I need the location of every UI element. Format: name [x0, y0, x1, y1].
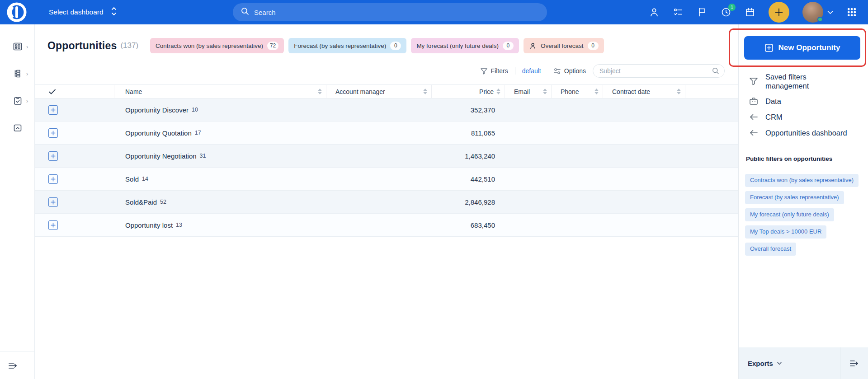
avatar[interactable]: [802, 2, 823, 23]
new-opportunity-button[interactable]: New Opportunity: [744, 36, 860, 60]
plus-icon: [51, 108, 56, 112]
table-row[interactable]: Opportunity Negotiation 31 1,463,240: [35, 145, 738, 168]
public-filter-link[interactable]: My Top deals > 10000 EUR: [745, 225, 826, 239]
expand-row-button[interactable]: [48, 220, 58, 230]
sort-icon[interactable]: [677, 89, 681, 94]
table-header-row: Name Account manager Price Email Phone C…: [35, 84, 738, 98]
column-header-label: Price: [479, 88, 494, 95]
search-input[interactable]: [254, 9, 507, 16]
panel-menu-item[interactable]: Opportunities dashboard: [745, 128, 864, 138]
table-row[interactable]: Sold 14 442,510: [35, 168, 738, 191]
sort-icon[interactable]: [423, 89, 427, 94]
profile-menu[interactable]: [802, 2, 833, 23]
column-header[interactable]: Contract date: [603, 85, 685, 98]
row-name: Sold&Paid: [125, 198, 157, 206]
expand-row-button[interactable]: [48, 197, 58, 207]
chip-label: Contracts won (by sales representative): [156, 42, 263, 49]
cell-phone: [552, 191, 603, 213]
plus-icon: [51, 177, 56, 182]
chip-count-badge: 0: [588, 42, 599, 50]
sidebar-item-tasks[interactable]: ›: [0, 87, 35, 114]
expand-row-button[interactable]: [48, 105, 58, 115]
cell-extra: [685, 145, 738, 167]
public-filter-link[interactable]: My forecast (only future deals): [745, 208, 834, 221]
table-row[interactable]: Opportunity Discover 10 352,370: [35, 98, 738, 122]
summary-filter-chip[interactable]: My forecast (only future deals) 0: [411, 38, 519, 53]
right-panel: New Opportunity Saved filters management…: [738, 24, 868, 379]
cell-extra: [685, 122, 738, 144]
exports-button[interactable]: Exports: [739, 347, 840, 379]
search-icon[interactable]: [712, 67, 719, 75]
cell-email: [505, 122, 552, 144]
filters-button[interactable]: Filters: [480, 67, 508, 75]
sort-icon[interactable]: [594, 89, 599, 94]
sort-icon[interactable]: [543, 89, 547, 94]
cell-account-manager: [326, 145, 432, 167]
app-logo-icon[interactable]: [7, 2, 27, 22]
flag-icon[interactable]: [697, 7, 708, 18]
panel-menu-item[interactable]: CRM: [745, 112, 864, 122]
column-header[interactable]: Phone: [552, 85, 603, 98]
check-icon: [48, 89, 56, 95]
column-header[interactable]: Email: [505, 85, 552, 98]
cell-price: 2,846,928: [432, 191, 505, 213]
select-all-header[interactable]: [35, 85, 114, 98]
collapse-panel-icon: [849, 358, 860, 369]
calendar-icon[interactable]: [745, 7, 755, 18]
sidebar-item-dashboards[interactable]: ›: [0, 33, 35, 60]
chip-count-badge: 72: [267, 42, 278, 50]
expand-row-button[interactable]: [48, 151, 58, 161]
cell-contract-date: [603, 191, 685, 213]
person-icon: [529, 42, 537, 50]
sidebar-collapse-button[interactable]: [0, 351, 34, 379]
sliders-icon: [553, 67, 561, 75]
cell-price: 811,065: [432, 122, 505, 144]
expand-row-button[interactable]: [48, 174, 58, 184]
cell-contract-date: [603, 214, 685, 236]
row-count: 13: [176, 222, 182, 228]
cell-price: 442,510: [432, 168, 505, 190]
create-button[interactable]: [769, 2, 789, 23]
toolbar-divider: [515, 67, 515, 75]
expand-row-button[interactable]: [48, 128, 58, 138]
table-row[interactable]: Sold&Paid 52 2,846,928: [35, 191, 738, 214]
apps-grid-icon[interactable]: [846, 7, 857, 18]
table-row[interactable]: Opportunity Quotation 17 811,065: [35, 122, 738, 145]
chevron-right-icon: ›: [26, 70, 28, 77]
cell-extra: [685, 191, 738, 213]
column-header[interactable]: Price: [432, 85, 505, 98]
sidebar-item-structure[interactable]: ›: [0, 60, 35, 87]
tasks-icon[interactable]: [673, 7, 684, 18]
public-filter-link[interactable]: Forecast (by sales representative): [745, 191, 844, 204]
filters-default-link[interactable]: default: [522, 67, 541, 75]
summary-filter-chip[interactable]: Forecast (by sales representative) 0: [288, 38, 406, 53]
subject-search-input[interactable]: [593, 64, 725, 78]
table-row[interactable]: Opportunity lost 13 683,450: [35, 214, 738, 237]
summary-filter-chip[interactable]: Overall forecast 0: [524, 38, 604, 53]
panel-menu-item[interactable]: Data: [745, 96, 864, 106]
cell-price: 683,450: [432, 214, 505, 236]
dashboard-selector[interactable]: Select dashboard: [49, 0, 117, 24]
cell-phone: [552, 98, 603, 121]
cell-email: [505, 98, 552, 121]
history-icon[interactable]: 1: [721, 7, 731, 18]
row-count: 31: [200, 153, 206, 159]
column-header-label: Email: [514, 88, 530, 95]
global-search[interactable]: [233, 3, 547, 21]
column-header[interactable]: Name: [114, 85, 326, 98]
panel-menu-item[interactable]: Saved filters management: [745, 72, 864, 90]
sort-icon[interactable]: [318, 89, 322, 94]
sidebar-item-archive[interactable]: [0, 114, 35, 141]
panel-collapse-button[interactable]: [840, 347, 868, 379]
column-header[interactable]: Account manager: [326, 85, 432, 98]
cell-price: 352,370: [432, 98, 505, 121]
topbar-divider: [35, 0, 35, 24]
left-sidebar: › › ›: [0, 24, 35, 379]
summary-filter-chip[interactable]: Contracts won (by sales representative) …: [150, 38, 284, 53]
public-filter-link[interactable]: Overall forecast: [745, 243, 796, 256]
options-button[interactable]: Options: [553, 67, 586, 75]
user-icon[interactable]: [649, 7, 660, 18]
sort-icon[interactable]: [496, 89, 500, 94]
funnel-icon: [480, 67, 488, 75]
public-filter-link[interactable]: Contracts won (by sales representative): [745, 174, 859, 187]
